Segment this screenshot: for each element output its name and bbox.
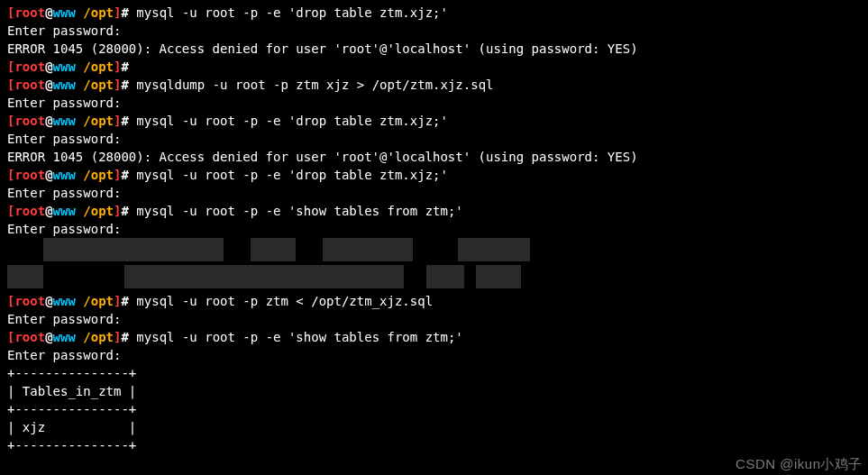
output-text: | Tables_in_ztm | — [7, 384, 136, 398]
output-line: Enter password: — [7, 130, 861, 148]
command-line: [root@www /opt]# mysqldump -u root -p zt… — [7, 76, 861, 94]
output-text: ERROR 1045 (28000): Access denied for us… — [7, 150, 638, 164]
output-line: | Tables_in_ztm | — [7, 382, 861, 400]
output-line: Enter password: — [7, 346, 861, 364]
command-text: mysql -u root -p -e 'show tables from zt… — [136, 204, 462, 218]
command-text: mysql -u root -p -e 'drop table ztm.xjz;… — [136, 168, 448, 182]
output-line: | xjz | — [7, 418, 861, 436]
censor-block — [476, 265, 521, 288]
output-text: Enter password: — [7, 96, 121, 110]
command-line: [root@www /opt]# mysql -u root -p -e 'dr… — [7, 4, 861, 22]
command-line: [root@www /opt]# mysql -u root -p -e 'sh… — [7, 202, 861, 220]
command-text: mysql -u root -p -e 'drop table ztm.xjz;… — [136, 5, 448, 20]
output-line: Enter password: — [7, 94, 861, 112]
output-text: +---------------+ — [7, 402, 136, 416]
command-text: mysqldump -u root -p ztm xjz > /opt/ztm.… — [136, 78, 493, 92]
censor-block — [7, 265, 43, 288]
output-text: | xjz | — [7, 420, 136, 434]
output-line: Enter password: — [7, 220, 861, 238]
output-line: Enter password: — [7, 310, 861, 328]
command-line: [root@www /opt]# mysql -u root -p ztm < … — [7, 292, 861, 310]
output-line: Enter password: — [7, 22, 861, 40]
censored-row — [7, 265, 861, 292]
censor-block — [426, 265, 464, 288]
censor-block — [124, 265, 404, 288]
output-text: ERROR 1045 (28000): Access denied for us… — [7, 41, 638, 56]
output-line: Enter password: — [7, 184, 861, 202]
command-line: [root@www /opt]# mysql -u root -p -e 'sh… — [7, 328, 861, 346]
output-line: +---------------+ — [7, 400, 861, 418]
output-line: ERROR 1045 (28000): Access denied for us… — [7, 148, 861, 166]
output-text: Enter password: — [7, 23, 121, 38]
command-text: mysql -u root -p -e 'drop table ztm.xjz;… — [136, 114, 448, 128]
output-line: ERROR 1045 (28000): Access denied for us… — [7, 40, 861, 58]
censored-row — [7, 238, 861, 265]
output-text: Enter password: — [7, 222, 121, 236]
censor-block — [251, 238, 296, 261]
command-line: [root@www /opt]# mysql -u root -p -e 'dr… — [7, 166, 861, 184]
command-line: [root@www /opt]# mysql -u root -p -e 'dr… — [7, 112, 861, 130]
censor-block — [458, 238, 530, 261]
output-text: Enter password: — [7, 186, 121, 200]
command-line: [root@www /opt]# — [7, 58, 861, 76]
censor-block — [43, 238, 224, 261]
output-text: Enter password: — [7, 132, 121, 146]
output-text: +---------------+ — [7, 366, 136, 380]
output-text: +---------------+ — [7, 438, 136, 452]
command-text: mysql -u root -p -e 'show tables from zt… — [136, 330, 462, 344]
output-line: +---------------+ — [7, 436, 861, 454]
watermark: CSDN @ikun小鸡子 — [736, 455, 863, 473]
terminal-output[interactable]: [root@www /opt]# mysql -u root -p -e 'dr… — [7, 4, 861, 454]
censor-block — [323, 238, 413, 261]
output-text: Enter password: — [7, 312, 121, 326]
output-text: Enter password: — [7, 348, 121, 362]
output-line: +---------------+ — [7, 364, 861, 382]
command-text: mysql -u root -p ztm < /opt/ztm_xjz.sql — [136, 294, 433, 308]
